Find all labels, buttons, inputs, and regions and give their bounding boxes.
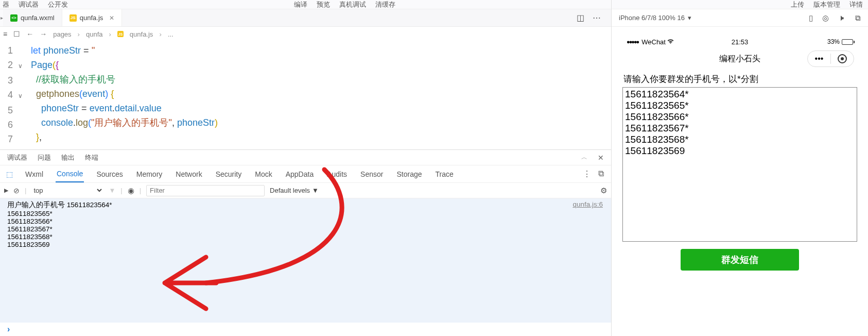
console-output[interactable]: 用户输入的手机号 15611823564* 15611823565* 15611… — [0, 198, 611, 323]
chevron-right-icon: › — [78, 30, 80, 38]
debug-panel-tabs: 调试器 问题 输出 终端 ︿ ✕ — [0, 150, 611, 165]
topbar-item[interactable]: 调试器 — [19, 0, 39, 9]
debug-panel: 调试器 问题 输出 终端 ︿ ✕ ⬚ Wxml Console Sources … — [0, 149, 611, 336]
topbar-item[interactable]: 真机调试 — [339, 0, 366, 9]
devtools-tab-memory[interactable]: Memory — [135, 166, 164, 182]
input-label: 请输入你要群发的手机号，以*分割 — [622, 70, 857, 87]
file-tab-row: ▸ <> qunfa.wxml JS qunfa.js ✕ ◫ ⋯ — [0, 9, 611, 27]
clear-console-icon[interactable]: ⊘ — [13, 187, 20, 195]
devtools-tabs: ⬚ Wxml Console Sources Memory Network Se… — [0, 165, 611, 183]
file-tab-wxml[interactable]: <> qunfa.wxml — [3, 9, 62, 26]
debug-tab[interactable]: 终端 — [85, 153, 98, 162]
signal-icon: ●●●●● — [627, 39, 638, 45]
topbar-item[interactable]: 编译 — [294, 0, 307, 9]
topbar-item[interactable]: 版本管理 — [813, 0, 840, 9]
devtools-tab-sources[interactable]: Sources — [95, 166, 124, 182]
filter-input[interactable] — [146, 185, 265, 196]
ide-topbar-right: 上传 版本管理 详情 — [612, 0, 868, 9]
wifi-icon — [667, 38, 674, 46]
chevron-down-icon: ▼ — [312, 187, 319, 194]
forward-icon[interactable]: → — [40, 30, 47, 38]
chevron-down-icon: ▾ — [688, 14, 691, 22]
file-tab-label: qunfa.wxml — [21, 14, 55, 22]
send-button[interactable]: 群发短信 — [681, 249, 799, 271]
console-prompt[interactable]: › — [0, 323, 611, 336]
topbar-item[interactable]: 预览 — [317, 0, 330, 9]
context-select[interactable]: top — [31, 186, 103, 195]
debug-tab[interactable]: 调试器 — [7, 153, 27, 162]
capsule-close-icon[interactable] — [831, 51, 854, 67]
split-editor-icon[interactable]: ◫ — [577, 13, 584, 23]
breadcrumb-part: ... — [168, 30, 173, 38]
file-tab-js[interactable]: JS qunfa.js ✕ — [62, 9, 123, 26]
code-editor[interactable]: 1 2 ∨3 4 ∨5 6 7 let phoneStr = ''Page({ … — [0, 41, 611, 149]
breadcrumb-part[interactable]: qunfa — [86, 30, 103, 38]
capsule-more-icon[interactable]: ••• — [808, 51, 830, 67]
topbar-item[interactable]: 上传 — [791, 0, 804, 9]
file-tab-label: qunfa.js — [80, 14, 103, 22]
devtools-tab-wxml[interactable]: Wxml — [24, 166, 44, 182]
devtools-tab-appdata[interactable]: AppData — [285, 166, 315, 182]
device-select[interactable]: iPhone 6/7/8 100% 16 ▾ — [619, 14, 691, 22]
log-source-link[interactable]: qunfa.js:6 — [572, 200, 603, 248]
nav-bar: 编程小石头 ••• — [621, 47, 858, 70]
close-icon[interactable]: ✕ — [109, 14, 114, 22]
status-bar: ●●●●● WeChat 21:53 33% — [621, 36, 858, 47]
debug-tab[interactable]: 问题 — [38, 153, 51, 162]
more-icon[interactable]: ⋮ — [583, 169, 591, 179]
inspect-element-icon[interactable]: ⬚ — [6, 170, 13, 178]
battery-icon — [842, 39, 853, 45]
devtools-tab-storage[interactable]: Storage — [395, 166, 423, 182]
devtools-tab-network[interactable]: Network — [175, 166, 203, 182]
ide-topbar: 器 调试器 公开发 编译 预览 真机调试 清缓存 — [0, 0, 611, 9]
simulator-toolbar: iPhone 6/7/8 100% 16 ▾ ▯ ◎ 🕨 ⧉ — [612, 9, 868, 27]
gear-icon[interactable]: ⚙ — [600, 186, 607, 195]
record-icon[interactable]: ◎ — [822, 13, 829, 23]
topbar-item[interactable]: 清缓存 — [375, 0, 395, 9]
topbar-item[interactable]: 公开发 — [48, 0, 68, 9]
carrier-label: WeChat — [641, 38, 666, 46]
devtools-tab-audits[interactable]: Audits — [326, 166, 348, 182]
line-gutter: 1 2 ∨3 4 ∨5 6 7 — [0, 43, 31, 149]
capsule-menu: ••• — [807, 51, 854, 67]
more-icon[interactable]: ⋯ — [593, 13, 601, 23]
js-file-icon: JS — [117, 31, 124, 37]
breadcrumb-part[interactable]: qunfa.js — [130, 30, 153, 38]
breadcrumb-part[interactable]: pages — [53, 30, 71, 38]
list-icon[interactable]: ≡ — [3, 30, 7, 38]
phone-preview: ●●●●● WeChat 21:53 33% 编程小石头 ••• — [621, 36, 858, 336]
debug-tab[interactable]: 输出 — [61, 153, 75, 162]
console-log-entry: 用户输入的手机号 15611823564* 15611823565* 15611… — [7, 200, 606, 248]
back-icon[interactable]: ← — [26, 30, 33, 38]
page-body: 请输入你要群发的手机号，以*分割 15611823564* 1561182356… — [621, 70, 858, 336]
chevron-right-icon: › — [109, 30, 111, 38]
topbar-item[interactable]: 详情 — [849, 0, 863, 9]
live-expression-icon[interactable]: ◉ — [128, 186, 134, 195]
devtools-tab-trace[interactable]: Trace — [435, 166, 455, 182]
code-lines[interactable]: let phoneStr = ''Page({ //获取输入的手机号 getph… — [31, 43, 611, 149]
devtools-tab-sensor[interactable]: Sensor — [359, 166, 384, 182]
devtools-tab-mock[interactable]: Mock — [254, 166, 273, 182]
log-prefix: 用户输入的手机号 — [7, 201, 65, 209]
popout-icon[interactable]: ⧉ — [855, 13, 861, 23]
close-icon[interactable]: ✕ — [598, 154, 604, 162]
bookmark-icon[interactable]: ☐ — [13, 30, 20, 38]
topbar-item[interactable]: 器 — [3, 0, 9, 9]
status-time: 21:53 — [732, 38, 749, 46]
chevron-right-icon: › — [159, 30, 161, 38]
log-levels-select[interactable]: Default levels ▼ — [270, 187, 319, 194]
simulator-stage: ●●●●● WeChat 21:53 33% 编程小石头 ••• — [612, 27, 868, 336]
js-file-icon: JS — [70, 14, 77, 22]
dock-icon[interactable]: ⧉ — [598, 169, 604, 179]
devtools-tab-security[interactable]: Security — [215, 166, 243, 182]
devtools-tab-console[interactable]: Console — [56, 166, 84, 182]
battery-percent: 33% — [827, 38, 840, 45]
phone-textarea[interactable]: 15611823564* 15611823565* 15611823566* 1… — [622, 87, 857, 242]
play-icon[interactable]: ▶ — [4, 187, 8, 194]
chevron-up-icon[interactable]: ︿ — [581, 153, 587, 162]
mute-icon[interactable]: 🕨 — [838, 13, 846, 23]
breadcrumb: ≡ ☐ ← → pages › qunfa › JS qunfa.js › ..… — [0, 27, 611, 41]
console-toolbar: ▶ ⊘ | top ▼ | ◉ | Default levels ▼ ⚙ — [0, 183, 611, 198]
wxml-file-icon: <> — [10, 14, 18, 22]
device-frame-icon[interactable]: ▯ — [809, 13, 813, 23]
